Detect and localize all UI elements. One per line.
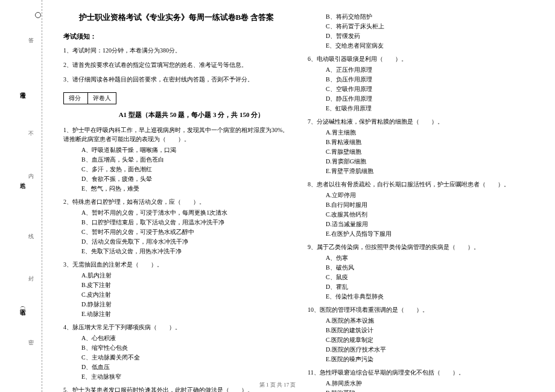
score-label: 得分	[64, 93, 86, 104]
option: C.胃腺壁细胞	[326, 147, 534, 157]
option: E.在医护人员指导下服用	[326, 229, 534, 239]
option: E、传染性非典型肺炎	[326, 292, 534, 302]
question-stem: 3、无需抽回血的注射术是（ ）。	[63, 260, 290, 269]
question-block: B、将药交给陪护 C、将药置于床头柜上 D、暂缓发药 E、交给患者同室病友	[308, 12, 534, 51]
option: E.医院的噪声污染	[326, 355, 534, 364]
question-stem: 8、患者以往有骨质疏松，自行长期口服活性钙，护士应嘱咐患者（ ）。	[308, 180, 534, 189]
option: D、活动义齿应先取下，用冷水冲洗干净	[81, 237, 290, 247]
left-column: 护士职业资格考试《专业实务》每周一练试卷B卷 含答案 考试须知： 1、考试时间：…	[57, 12, 302, 386]
options-list: A、心包积液 B、缩窄性心包炎 C、主动脉瓣关闭不全 D、低血压 E、主动脉狭窄	[81, 334, 290, 382]
section-a1-title: A1 型题（本题共 50 题，每小题 3 分，共 150 分）	[94, 110, 290, 119]
option: B、负压作用原理	[326, 75, 534, 84]
grader-label: 评卷人	[87, 93, 116, 104]
options-list: A.胃主细胞 B.胃粘液细胞 C.胃腺壁细胞 D.胃窦部G细胞 E.胃壁平滑肌细…	[326, 128, 534, 176]
option: B、血压增高，头晕，面色苍白	[81, 155, 290, 165]
option: D.胃窦部G细胞	[326, 157, 534, 166]
option: E、交给患者同室病友	[326, 41, 534, 51]
options-list: A、正压作用原理 B、负压作用原理 C、空吸作用原理 D、静压作用原理 E、虹吸…	[326, 65, 534, 113]
right-column: B、将药交给陪护 C、将药置于床头柜上 D、暂缓发药 E、交给患者同室病友 6、…	[302, 12, 540, 386]
option: B、将药交给陪护	[326, 12, 534, 22]
circle-marker	[35, 12, 41, 18]
binding-margin: 答 准考证号 不 内 姓名 线 封 省（市区） 密	[0, 0, 42, 392]
option: C.皮内注射	[81, 290, 290, 300]
option: E、虹吸作用原理	[326, 104, 534, 113]
option: D、霍乱	[326, 282, 534, 292]
question-stem: 10、医院的管理环境着重强调的是（ ）。	[308, 305, 534, 314]
question-block: 1、护士甲在呼吸内科工作，早上巡视病房时，发现其中一个病室的相对湿度为30%。请…	[63, 125, 290, 194]
question-stem: 2、特殊患者口腔护理，如有活动义齿，应（ ）。	[63, 197, 290, 206]
page-footer: 第 1 页 共 17 页	[0, 381, 555, 389]
option: C、多汗，发热，面色潮红	[81, 165, 290, 174]
question-block: 9、属于乙类传染病，但按照甲类传染病管理的疾病是（ ）。 A、伤寒 B、破伤风 …	[308, 242, 534, 302]
option: D、低血压	[81, 362, 290, 372]
options-list: A、呼吸道黏膜干燥，咽喉痛，口渴 B、血压增高，头晕，面色苍白 C、多汗，发热，…	[81, 145, 290, 194]
question-block: 6、电动吸引器吸痰是利用（ ）。 A、正压作用原理 B、负压作用原理 C、空吸作…	[308, 54, 534, 113]
option: E、主动脉狭窄	[81, 372, 290, 382]
option: C、鼠疫	[326, 273, 534, 282]
option: B.胃粘液细胞	[326, 138, 534, 147]
option: C、空吸作用原理	[326, 84, 534, 94]
option: D.适当减量服用	[326, 220, 534, 229]
option: D、静压作用原理	[326, 94, 534, 104]
exam-title: 护士职业资格考试《专业实务》每周一练试卷B卷 含答案	[63, 12, 290, 23]
content-area: 护士职业资格考试《专业实务》每周一练试卷B卷 含答案 考试须知： 1、考试时间：…	[42, 0, 555, 392]
question-stem: 4、脉压增大常见于下列哪项疾病（ ）。	[63, 323, 290, 332]
option: B.皮下注射	[81, 280, 290, 290]
option: A、伤寒	[326, 253, 534, 263]
option: E.动脉注射	[81, 309, 290, 319]
option: B、口腔护理结束后，取下活动义齿，用温水冲洗干净	[81, 218, 290, 227]
score-box: 得分 评卷人	[63, 92, 116, 104]
question-block: 4、脉压增大常见于下列哪项疾病（ ）。 A、心包积液 B、缩窄性心包炎 C、主动…	[63, 323, 290, 382]
options-list: A.立即停用 B.自行同时服用 C.改服其他钙剂 D.适当减量服用 E.在医护人…	[326, 191, 534, 239]
question-stem: 1、护士甲在呼吸内科工作，早上巡视病房时，发现其中一个病室的相对湿度为30%。请…	[63, 125, 290, 144]
option: A、正压作用原理	[326, 65, 534, 75]
option: B、缩窄性心包炎	[81, 343, 290, 353]
question-block: 8、患者以往有骨质疏松，自行长期口服活性钙，护士应嘱咐患者（ ）。 A.立即停用…	[308, 180, 534, 239]
option: D.医院的医疗技术水平	[326, 345, 534, 355]
exam-page: 答 准考证号 不 内 姓名 线 封 省（市区） 密 护士职业资格考试《专业实务》…	[0, 0, 555, 392]
question-stem: 11、急性呼吸窘迫综合征早期的病理变化不包括（ ）。	[308, 368, 534, 377]
option: A.立即停用	[326, 191, 534, 200]
question-stem: 9、属于乙类传染病，但按照甲类传染病管理的疾病是（ ）。	[308, 242, 534, 251]
option: C.医院的规章制定	[326, 335, 534, 345]
option: D、暂缓发药	[326, 31, 534, 41]
options-list: A、伤寒 B、破伤风 C、鼠疫 D、霍乱 E、传染性非典型肺炎	[326, 253, 534, 302]
instruction-1: 1、考试时间：120分钟，本卷满分为380分。	[63, 46, 290, 55]
question-stem: 7、分泌碱性粘液，保护胃粘膜的细胞是（ ）。	[308, 117, 534, 126]
question-block: 10、医院的管理环境着重强调的是（ ）。 A.医院的基本设施 B.医院的建筑设计…	[308, 305, 534, 364]
options-list: B、将药交给陪护 C、将药置于床头柜上 D、暂缓发药 E、交给患者同室病友	[326, 12, 534, 51]
option: B.医院的建筑设计	[326, 326, 534, 335]
options-list: A.肌内注射 B.皮下注射 C.皮内注射 D.静脉注射 E.动脉注射	[81, 271, 290, 319]
option: C.改服其他钙剂	[326, 210, 534, 220]
option: D.静脉注射	[81, 300, 290, 309]
option: C、暂时不用的义齿，可浸于热水或乙醇中	[81, 227, 290, 237]
option: A.医院的基本设施	[326, 316, 534, 326]
notice-heading: 考试须知：	[63, 32, 290, 41]
question-block: 3、无需抽回血的注射术是（ ）。 A.肌内注射 B.皮下注射 C.皮内注射 D.…	[63, 260, 290, 319]
option: E、憋气，闷热，难受	[81, 184, 290, 194]
option: A、心包积液	[81, 334, 290, 343]
option: C、主动脉瓣关闭不全	[81, 353, 290, 362]
instruction-3: 3、请仔细阅读各种题目的回答要求，在密封线内答题，否则不予评分。	[63, 75, 290, 84]
question-block: 2、特殊患者口腔护理，如有活动义齿，应（ ）。 A、暂时不用的义齿，可浸于清水中…	[63, 197, 290, 256]
question-block: 7、分泌碱性粘液，保护胃粘膜的细胞是（ ）。 A.胃主细胞 B.胃粘液细胞 C.…	[308, 117, 534, 176]
options-list: A、暂时不用的义齿，可浸于清水中，每周更换1次清水 B、口腔护理结束后，取下活动…	[81, 208, 290, 256]
option: E.胃壁平滑肌细胞	[326, 166, 534, 176]
option: A、呼吸道黏膜干燥，咽喉痛，口渴	[81, 145, 290, 155]
option: C、将药置于床头柜上	[326, 22, 534, 31]
option: A.肌内注射	[81, 271, 290, 280]
option: B、破伤风	[326, 263, 534, 273]
options-list: A.医院的基本设施 B.医院的建筑设计 C.医院的规章制定 D.医院的医疗技术水…	[326, 316, 534, 364]
option: D、食欲不振，疲倦，头晕	[81, 174, 290, 184]
option: E、先取下活动义齿，用热水冲洗干净	[81, 247, 290, 256]
question-stem: 6、电动吸引器吸痰是利用（ ）。	[308, 54, 534, 63]
option: A、暂时不用的义齿，可浸于清水中，每周更换1次清水	[81, 208, 290, 218]
option: B.自行同时服用	[326, 200, 534, 210]
option: A.胃主细胞	[326, 128, 534, 138]
instruction-2: 2、请首先按要求在试卷的指定位置填写您的姓名、准考证号等信息。	[63, 60, 290, 70]
